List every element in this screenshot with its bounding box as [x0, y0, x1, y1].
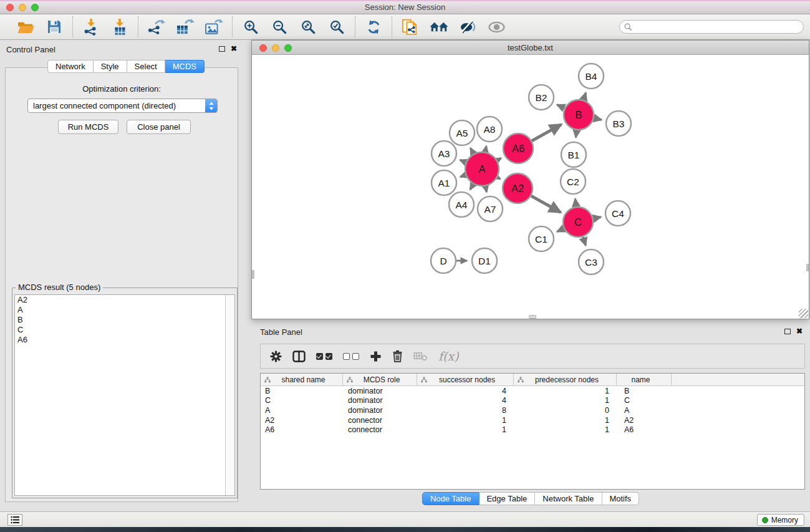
delete-column-icon — [413, 352, 428, 361]
zoom-fit-icon[interactable] — [298, 17, 318, 37]
horizontal-scrollbar-thumb[interactable] — [529, 315, 536, 319]
result-item[interactable]: A — [15, 305, 234, 315]
table-cell: dominator — [343, 396, 417, 405]
float-panel-icon[interactable] — [784, 329, 791, 334]
open-folder-icon[interactable] — [16, 17, 36, 37]
table-row[interactable]: A2connector11A2 — [261, 415, 804, 425]
result-item[interactable]: B — [15, 315, 234, 325]
resize-grip[interactable] — [799, 309, 808, 318]
export-network-icon[interactable] — [147, 17, 166, 37]
unchecked-boxes-icon[interactable] — [343, 353, 359, 360]
table-row[interactable]: Bdominator41B — [261, 386, 804, 396]
search-icon — [624, 23, 632, 31]
network-view-title: testGlobe.txt — [252, 43, 809, 52]
main-toolbar — [0, 14, 810, 40]
tab-motifs[interactable]: Motifs — [602, 492, 639, 505]
table-cell: A6 — [617, 425, 672, 434]
graph-node-label: A3 — [438, 148, 450, 159]
save-icon[interactable] — [44, 17, 64, 37]
search-input[interactable] — [635, 22, 791, 31]
tab-edge-table[interactable]: Edge Table — [479, 492, 535, 505]
graph-edge-A-A4[interactable] — [470, 184, 473, 190]
checked-boxes-icon[interactable] — [316, 353, 332, 360]
close-panel-button[interactable]: Close panel — [127, 120, 191, 134]
optimization-criterion-select[interactable]: largest connected component (directed) — [27, 99, 218, 113]
task-history-button[interactable] — [7, 514, 22, 526]
result-item[interactable]: A2 — [15, 295, 234, 305]
graph-node-label: C1 — [535, 234, 547, 244]
tab-network[interactable]: Network — [47, 60, 94, 73]
tab-network-table[interactable]: Network Table — [535, 492, 602, 505]
result-item[interactable]: C — [15, 325, 234, 335]
plus-icon[interactable] — [370, 351, 382, 362]
control-panel-tabs: NetworkStyleSelectMCDS — [47, 60, 205, 73]
split-column-icon[interactable] — [292, 351, 306, 362]
run-mcds-button[interactable]: Run MCDS — [58, 120, 118, 134]
graph-edge-A-A3[interactable] — [460, 160, 466, 163]
refresh-icon[interactable] — [364, 17, 383, 37]
desktop-background — [0, 527, 810, 532]
network-window-titlebar[interactable]: testGlobe.txt — [252, 41, 809, 55]
table-row[interactable]: Cdominator41C — [261, 396, 804, 406]
table-row[interactable]: Adominator80A — [261, 405, 804, 415]
node-table: shared nameMCDS rolesuccessor nodesprede… — [260, 373, 805, 490]
graph-edge-C-C3[interactable] — [583, 237, 586, 246]
table-cell: 1 — [514, 387, 617, 395]
graph-edge-A-A6[interactable] — [497, 158, 501, 160]
close-panel-icon[interactable]: ✖ — [231, 46, 237, 52]
mcds-result-list[interactable]: A2ABCA6 — [14, 294, 235, 496]
column-header-successor-nodes[interactable]: successor nodes — [417, 374, 514, 385]
table-row[interactable]: A6connector11A6 — [261, 425, 804, 435]
search-field[interactable] — [619, 20, 804, 34]
tab-mcds[interactable]: MCDS — [165, 60, 205, 73]
graph-edge-A-A7[interactable] — [486, 186, 487, 191]
eye-icon[interactable] — [486, 17, 506, 37]
zoom-out-icon[interactable] — [269, 17, 289, 37]
column-header-MCDS-role[interactable]: MCDS role — [343, 374, 417, 385]
graph-edge-B-B3[interactable] — [594, 118, 601, 120]
import-table-icon[interactable] — [110, 17, 130, 37]
hide-graphics-icon[interactable] — [458, 17, 478, 37]
trash-icon[interactable] — [392, 350, 403, 362]
export-image-icon[interactable] — [204, 17, 224, 37]
graph-edge-A-A2[interactable] — [498, 177, 500, 178]
import-network-icon[interactable] — [81, 17, 101, 37]
application-window: Session: New Session — [0, 0, 810, 532]
close-panel-icon[interactable]: ✖ — [796, 328, 803, 334]
network-graph: AA1A2A3A4A5A6A7A8BB1B2B3B4CC1C2C3C4DD1 — [252, 55, 809, 319]
column-header-predecessor-nodes[interactable]: predecessor nodes — [514, 374, 617, 385]
tab-style[interactable]: Style — [94, 60, 127, 73]
graph-edge-B-B1[interactable] — [576, 130, 576, 137]
graph-edge-A6-B[interactable] — [532, 125, 561, 141]
control-panel-title: Control Panel — [6, 45, 55, 54]
graph-edge-A-A8[interactable] — [485, 147, 486, 152]
scrollbar-track[interactable] — [225, 295, 234, 495]
vertical-scrollbar-thumb[interactable] — [252, 270, 254, 279]
home-icon[interactable] — [429, 17, 449, 37]
table-panel-tabs: Node TableEdge TableNetwork TableMotifs — [422, 492, 639, 505]
gear-icon[interactable] — [270, 351, 282, 362]
graph-edge-B-B4[interactable] — [584, 93, 586, 100]
zoom-in-icon[interactable] — [241, 17, 261, 37]
memory-button[interactable]: Memory — [757, 514, 804, 526]
column-header-shared-name[interactable]: shared name — [261, 374, 343, 385]
graph-edge-C-C1[interactable] — [557, 228, 564, 231]
graph-edge-C-C4[interactable] — [593, 217, 600, 219]
graph-edge-C-C2[interactable] — [575, 199, 576, 206]
export-table-icon[interactable] — [175, 17, 195, 37]
clone-network-icon[interactable] — [400, 17, 420, 37]
column-header-name[interactable]: name — [617, 374, 672, 385]
tab-node-table[interactable]: Node Table — [422, 492, 480, 505]
network-canvas[interactable]: AA1A2A3A4A5A6A7A8BB1B2B3B4CC1C2C3C4DD1 — [252, 55, 809, 319]
graph-edge-A-A1[interactable] — [460, 175, 465, 177]
graph-edge-A2-C[interactable] — [531, 196, 561, 212]
vertical-scrollbar-thumb[interactable] — [806, 264, 809, 271]
tab-select[interactable]: Select — [127, 60, 165, 73]
result-item[interactable]: A6 — [15, 335, 234, 345]
zoom-selected-icon[interactable] — [327, 17, 347, 37]
graph-node-label: B — [575, 109, 582, 120]
memory-label: Memory — [771, 516, 798, 525]
graph-edge-B-B2[interactable] — [557, 105, 564, 109]
float-panel-icon[interactable] — [219, 46, 225, 52]
graph-edge-A-A5[interactable] — [471, 148, 474, 154]
